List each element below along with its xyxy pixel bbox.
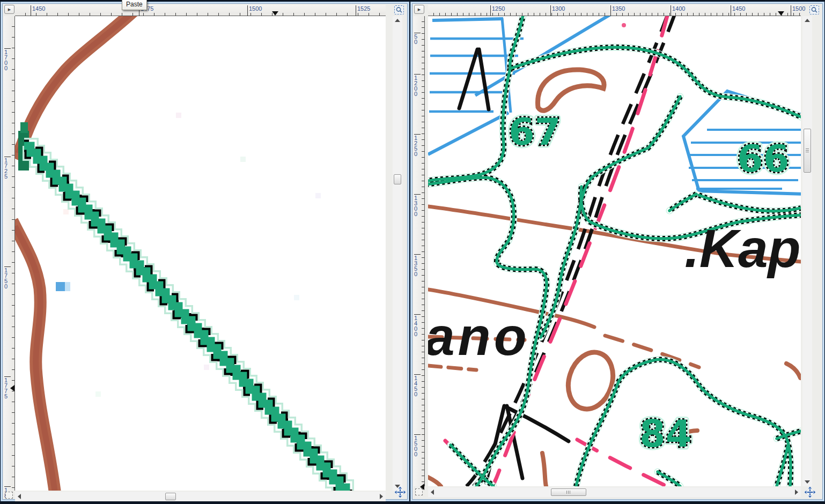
image-canvas-zoomed[interactable] bbox=[15, 16, 386, 491]
scroll-right-arrow[interactable] bbox=[380, 494, 383, 499]
ruler-label: 1700 bbox=[4, 48, 11, 71]
pointer-position-marker bbox=[778, 11, 784, 16]
pointer-position-marker bbox=[272, 11, 278, 16]
svg-text:84: 84 bbox=[639, 412, 691, 456]
ruler-label: 1725 bbox=[4, 157, 11, 179]
ruler-label: 1350 bbox=[610, 5, 625, 16]
selected-green-line bbox=[24, 146, 346, 491]
horizontal-scrollbar[interactable] bbox=[15, 492, 386, 501]
image-menu-button[interactable]: ▶ bbox=[4, 5, 14, 14]
boundary-line-pink bbox=[445, 16, 668, 486]
water-pixel bbox=[56, 282, 70, 291]
move-cross-icon bbox=[804, 486, 816, 499]
ruler-label: 1300 bbox=[550, 5, 565, 16]
scroll-right-arrow[interactable] bbox=[795, 490, 798, 495]
ruler-label: 1500 bbox=[414, 434, 421, 457]
navigation-cross-button[interactable] bbox=[804, 486, 816, 499]
horizontal-ruler[interactable]: 1250 1300 1350 1400 1450 1500 bbox=[428, 5, 801, 16]
magnifier-icon bbox=[811, 6, 818, 13]
vertical-ruler[interactable]: 1700 1725 1750 1775 18 bbox=[4, 16, 15, 491]
scroll-left-arrow[interactable] bbox=[431, 490, 434, 495]
map-number-67: 67 67 67 67 bbox=[509, 110, 561, 154]
navigation-cross-button[interactable] bbox=[394, 486, 407, 499]
zoom-follow-window-toggle[interactable] bbox=[809, 5, 819, 14]
map-pixels-svg bbox=[15, 16, 386, 491]
ruler-label: 1500 bbox=[247, 5, 262, 16]
scroll-up-arrow[interactable] bbox=[805, 19, 810, 22]
ruler-label: 1400 bbox=[414, 314, 421, 337]
image-canvas-map[interactable]: 67 67 67 67 66 66 66 66 84 84 84 84 .Kap… bbox=[428, 16, 801, 486]
quick-mask-toggle[interactable] bbox=[415, 488, 423, 495]
map-number-66: 66 66 66 66 bbox=[737, 137, 789, 181]
scroll-down-arrow[interactable] bbox=[805, 480, 810, 484]
zoom-follow-window-toggle[interactable] bbox=[394, 5, 404, 14]
ruler-label: 50 bbox=[414, 33, 421, 45]
horizontal-scroll-thumb[interactable] bbox=[551, 488, 586, 496]
scroll-left-arrow[interactable] bbox=[18, 494, 21, 499]
paste-tooltip: Paste bbox=[122, 0, 147, 10]
ruler-label: 1500 bbox=[791, 5, 805, 16]
vertical-scroll-thumb[interactable] bbox=[394, 174, 401, 184]
image-menu-button[interactable]: ▶ bbox=[414, 5, 424, 14]
ruler-label: 1250 bbox=[414, 134, 421, 157]
map-name-kap: .Kap bbox=[684, 218, 801, 278]
map-svg: 67 67 67 67 66 66 66 66 84 84 84 84 .Kap… bbox=[428, 16, 801, 486]
map-name-ano: ano bbox=[428, 306, 530, 366]
move-cross-icon bbox=[394, 486, 407, 499]
vertical-scroll-thumb[interactable] bbox=[804, 129, 811, 173]
ruler-label: 1200 bbox=[414, 74, 421, 97]
pointer-position-marker bbox=[10, 385, 14, 391]
scroll-up-arrow[interactable] bbox=[395, 19, 400, 22]
horizontal-ruler[interactable]: 1450 1475 1500 1525 bbox=[15, 5, 386, 16]
quick-mask-toggle[interactable] bbox=[5, 492, 13, 499]
image-window-right: ▶ 1250 1300 1350 1400 1450 1500 50 1200 … bbox=[412, 3, 823, 500]
ruler-label: 1525 bbox=[356, 5, 370, 16]
ruler-label: 1250 bbox=[490, 5, 505, 16]
horizontal-scrollbar[interactable] bbox=[428, 487, 801, 497]
ruler-label: 1350 bbox=[414, 254, 421, 277]
selection-seed-pixels bbox=[20, 122, 28, 133]
vertical-scrollbar[interactable] bbox=[393, 16, 402, 491]
ruler-label: 1300 bbox=[414, 194, 421, 217]
vertical-ruler[interactable]: 50 1200 1250 1300 1350 1400 1450 1500 bbox=[414, 16, 425, 486]
ruler-label: 1450 bbox=[31, 5, 45, 16]
svg-text:67: 67 bbox=[509, 110, 561, 154]
map-number-84: 84 84 84 84 bbox=[639, 412, 691, 456]
horizontal-scroll-thumb[interactable] bbox=[165, 493, 176, 500]
image-window-left: ▶ 1450 1475 1500 1525 1700 1725 1750 177… bbox=[2, 3, 408, 500]
gimp-workspace: { "tooltip": { "label": "Paste" }, "left… bbox=[0, 0, 825, 504]
magnifier-icon bbox=[395, 6, 403, 13]
ruler-label: 1450 bbox=[731, 5, 745, 16]
ruler-label: 1400 bbox=[671, 5, 685, 16]
vertical-scrollbar[interactable] bbox=[802, 16, 812, 486]
ruler-label: 1750 bbox=[4, 266, 11, 289]
svg-text:66: 66 bbox=[737, 137, 789, 181]
pixel-noise bbox=[63, 113, 321, 397]
ruler-label: 1450 bbox=[414, 374, 421, 397]
